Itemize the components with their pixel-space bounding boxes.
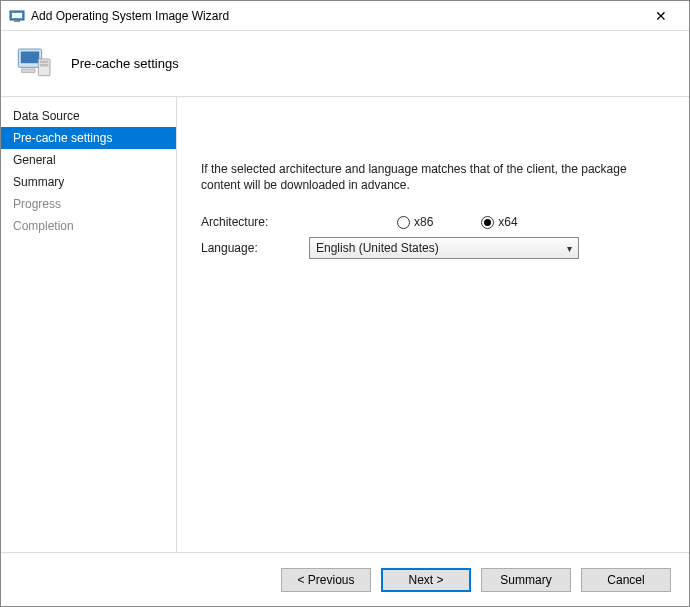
wizard-footer: < Previous Next > Summary Cancel [1, 552, 689, 606]
chevron-down-icon: ▾ [567, 243, 572, 254]
computer-icon [15, 44, 55, 84]
svg-rect-6 [40, 60, 48, 63]
select-value: English (United States) [316, 241, 439, 255]
architecture-radio-group: x86 x64 [397, 215, 518, 229]
sidebar-item-general[interactable]: General [1, 149, 176, 171]
sidebar-item-data-source[interactable]: Data Source [1, 105, 176, 127]
window-title: Add Operating System Image Wizard [31, 9, 641, 23]
cancel-button[interactable]: Cancel [581, 568, 671, 592]
radio-label: x64 [498, 215, 517, 229]
svg-rect-4 [21, 51, 39, 63]
sidebar-item-completion: Completion [1, 215, 176, 237]
button-label: Next > [408, 573, 443, 587]
next-button[interactable]: Next > [381, 568, 471, 592]
sidebar-item-pre-cache-settings[interactable]: Pre-cache settings [1, 127, 176, 149]
button-label: < Previous [297, 573, 354, 587]
language-label: Language: [201, 241, 309, 255]
svg-rect-1 [12, 13, 22, 18]
wizard-body: Data Source Pre-cache settings General S… [1, 97, 689, 552]
sidebar-item-label: Progress [13, 197, 61, 211]
app-icon [9, 8, 25, 24]
sidebar-item-summary[interactable]: Summary [1, 171, 176, 193]
radio-x64[interactable]: x64 [481, 215, 517, 229]
svg-rect-2 [14, 20, 20, 22]
sidebar-item-label: Summary [13, 175, 64, 189]
sidebar-item-progress: Progress [1, 193, 176, 215]
language-select[interactable]: English (United States) ▾ [309, 237, 579, 259]
close-button[interactable]: ✕ [641, 2, 681, 30]
radio-dot-icon [484, 219, 491, 226]
button-label: Cancel [607, 573, 644, 587]
step-title: Pre-cache settings [71, 56, 179, 71]
previous-button[interactable]: < Previous [281, 568, 371, 592]
wizard-sidebar: Data Source Pre-cache settings General S… [1, 97, 177, 552]
wizard-header: Pre-cache settings [1, 31, 689, 97]
sidebar-item-label: General [13, 153, 56, 167]
sidebar-item-label: Pre-cache settings [13, 131, 112, 145]
svg-rect-7 [40, 64, 48, 67]
close-icon: ✕ [655, 8, 667, 24]
summary-button[interactable]: Summary [481, 568, 571, 592]
radio-x86[interactable]: x86 [397, 215, 433, 229]
svg-rect-8 [22, 69, 35, 72]
titlebar: Add Operating System Image Wizard ✕ [1, 1, 689, 31]
sidebar-item-label: Completion [13, 219, 74, 233]
wizard-window: Add Operating System Image Wizard ✕ Pre-… [0, 0, 690, 607]
radio-icon [481, 216, 494, 229]
radio-icon [397, 216, 410, 229]
language-row: Language: English (United States) ▾ [201, 237, 665, 259]
architecture-row: Architecture: x86 x64 [201, 215, 665, 229]
radio-label: x86 [414, 215, 433, 229]
sidebar-item-label: Data Source [13, 109, 80, 123]
description-text: If the selected architecture and languag… [201, 161, 665, 193]
architecture-label: Architecture: [201, 215, 309, 229]
wizard-content: If the selected architecture and languag… [177, 97, 689, 552]
button-label: Summary [500, 573, 551, 587]
